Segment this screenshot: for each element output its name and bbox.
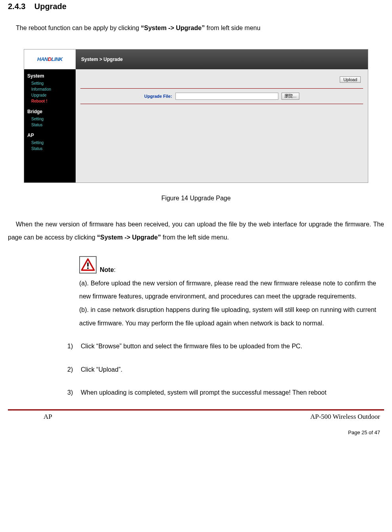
step-list: 1) Click “Browse” button and select the … (67, 340, 376, 399)
section-title: Upgrade (34, 2, 67, 11)
note-label: Note: (100, 266, 116, 274)
list-item: 1) Click “Browse” button and select the … (67, 340, 376, 353)
intro-post: from left side menu (205, 25, 261, 31)
sidebar-item-ap-status[interactable]: Status (24, 146, 76, 152)
brand-logo: HANDLINK (24, 49, 76, 69)
step-text: When uploading is completed, system will… (81, 386, 376, 399)
nav-group-bridge: Bridge (24, 107, 76, 116)
step-text: Click “Browse” button and select the fir… (81, 340, 376, 353)
sidebar-item-information[interactable]: Information (24, 86, 76, 92)
sidebar-item-ap-setting[interactable]: Setting (24, 140, 76, 146)
logo-han: HAN (37, 56, 48, 62)
upload-button[interactable]: Upload (340, 76, 361, 83)
step-number: 3) (67, 386, 81, 399)
intro-paragraph: The reboot function can be apply by clic… (16, 23, 384, 33)
divider (80, 104, 363, 104)
page-footer: AP AP-500 Wireless Outdoor (8, 413, 384, 422)
footer-rule (8, 409, 384, 410)
upgrade-file-label: Upgrade File: (144, 94, 172, 99)
sidebar-item-upgrade[interactable]: Upgrade (24, 92, 76, 98)
page-number: Page 25 of 47 (8, 429, 384, 435)
upgrade-file-input[interactable] (175, 93, 278, 100)
intro-pre: The reboot function can be apply by clic… (16, 25, 141, 31)
svg-rect-1 (87, 262, 88, 266)
screenshot-main: Upload Upgrade File: 瀏覽... (76, 69, 368, 182)
sidebar-item-bridge-setting[interactable]: Setting (24, 116, 76, 122)
step-text: Click “Upload”. (81, 363, 376, 376)
sidebar-item-setting[interactable]: Setting (24, 80, 76, 86)
screenshot-header: HANDLINK System > Upgrade (24, 49, 368, 69)
note-text-b: (b). in case network disruption happens … (79, 303, 376, 330)
intro-bold: “System -> Upgrade” (141, 25, 205, 31)
list-item: 2) Click “Upload”. (67, 363, 376, 376)
note-text-a: (a). Before upload the new version of fi… (79, 277, 376, 303)
step-number: 2) (67, 363, 81, 376)
sidebar: System Setting Information Upgrade Reboo… (24, 69, 76, 182)
upgrade-form-row: Upgrade File: 瀏覽... (80, 93, 363, 100)
sidebar-item-bridge-status[interactable]: Status (24, 122, 76, 128)
note-colon: : (114, 266, 116, 273)
nav-group-ap: AP (24, 131, 76, 140)
divider (80, 88, 363, 89)
embedded-screenshot: HANDLINK System > Upgrade System Setting… (24, 49, 368, 183)
body-paragraph: When the new version of firmware has bee… (8, 218, 384, 244)
footer-right: AP-500 Wireless Outdoor (310, 413, 380, 421)
list-item: 3) When uploading is completed, system w… (67, 386, 376, 399)
breadcrumb: System > Upgrade (76, 49, 368, 69)
section-number: 2.4.3 (8, 2, 25, 11)
logo-link: LINK (51, 56, 63, 62)
nav-group-system: System (24, 72, 76, 80)
note-block: Note: (a). Before upload the new version… (79, 256, 376, 330)
footer-left: AP (44, 413, 52, 421)
warning-icon (79, 256, 97, 274)
sidebar-item-reboot[interactable]: Reboot ! (24, 98, 76, 104)
logo-d: D (48, 56, 51, 62)
para2-post: from the left side menu. (161, 234, 229, 241)
step-number: 1) (67, 340, 81, 353)
figure-caption: Figure 14 Upgrade Page (8, 195, 384, 202)
note-label-bold: Note (100, 266, 114, 273)
browse-button[interactable]: 瀏覽... (282, 93, 299, 100)
svg-point-2 (87, 267, 89, 269)
screenshot-body: System Setting Information Upgrade Reboo… (24, 69, 368, 182)
section-heading: 2.4.3 Upgrade (8, 2, 384, 11)
para2-bold: “System -> Upgrade” (97, 234, 161, 241)
note-header: Note: (79, 256, 376, 274)
